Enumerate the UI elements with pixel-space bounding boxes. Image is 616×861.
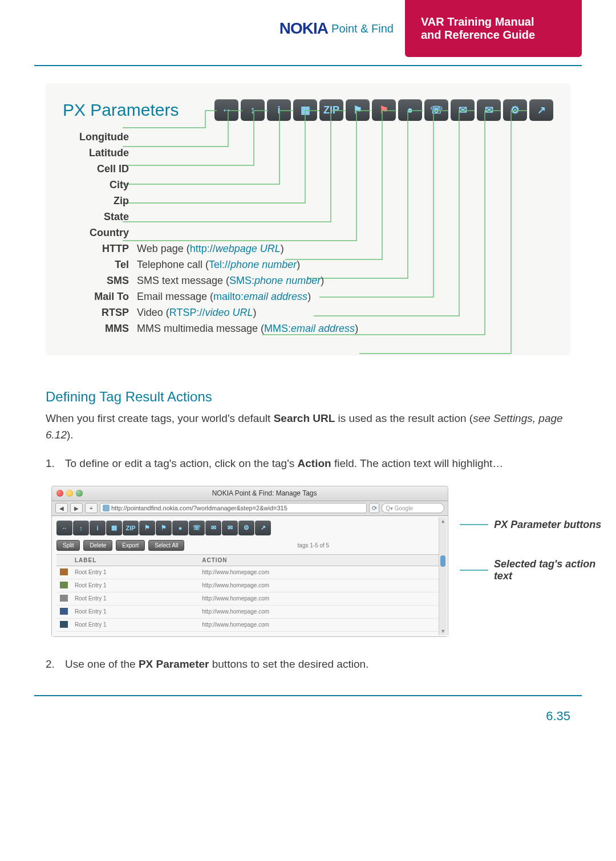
param-state: State xyxy=(74,211,553,223)
screenshot-wrap: NOKIA Point & Find: Manage Tags ◀ ▶ + ht… xyxy=(51,486,616,637)
param-country: Country xyxy=(74,227,553,239)
window-title: NOKIA Point & Find: Manage Tags xyxy=(86,489,443,497)
state-icon[interactable]: ⚑ xyxy=(346,99,370,121)
zoom-icon[interactable] xyxy=(76,490,83,497)
header-title-1: VAR Training Manual xyxy=(421,15,566,29)
export-button[interactable]: Export xyxy=(116,540,145,551)
mini-latitude-icon[interactable]: ↕ xyxy=(73,521,89,535)
table-row[interactable]: Root Entry 1http://www.homepage.com xyxy=(56,579,443,592)
split-button[interactable]: Split xyxy=(56,540,80,551)
scroll-track[interactable] xyxy=(439,525,447,627)
country-icon[interactable]: ⚑ xyxy=(372,99,396,121)
annot-px-buttons: PX Parameter buttons xyxy=(460,519,616,531)
scroll-up-icon[interactable]: ▲ xyxy=(439,517,447,525)
mini-sms-icon[interactable]: ✉ xyxy=(205,521,221,535)
step-2: 2. Use one of the PX Parameter buttons t… xyxy=(46,656,570,673)
annot-dash-icon xyxy=(460,524,488,525)
delete-button[interactable]: Delete xyxy=(83,540,112,551)
mini-tel-icon[interactable]: ☏ xyxy=(189,521,205,535)
cell-action[interactable]: http://www.homepage.com xyxy=(198,618,443,631)
mini-zip-icon[interactable]: ZIP xyxy=(123,521,139,535)
mini-mms-icon[interactable]: ↗ xyxy=(255,521,271,535)
mms-icon[interactable]: ↗ xyxy=(529,99,553,121)
param-cellid: Cell ID xyxy=(74,163,553,175)
scrollbar[interactable]: ▲ ▼ xyxy=(439,517,447,635)
mini-country-icon[interactable]: ⚑ xyxy=(156,521,172,535)
mini-mailto-icon[interactable]: ✉ xyxy=(222,521,238,535)
cell-action[interactable]: http://www.homepage.com xyxy=(198,605,443,618)
row-icon xyxy=(60,608,68,615)
sms-icon[interactable]: ✉ xyxy=(451,99,475,121)
http-icon[interactable]: ● xyxy=(398,99,422,121)
mini-rtsp-icon[interactable]: ⚙ xyxy=(238,521,254,535)
label-http: HTTP xyxy=(74,243,137,255)
px-mini-icon-row: ↔ ↕ i ▦ ZIP ⚑ ⚑ ● ☏ ✉ ✉ ⚙ ↗ xyxy=(56,521,443,535)
forward-button[interactable]: ▶ xyxy=(70,503,83,513)
param-tel: TelTelephone call (Tel://phone number) xyxy=(74,259,553,271)
px-parameters-card: PX Parameters ↔ ↕ i ▦ ZIP ⚑ ⚑ ● ☏ ✉ ✉ ⚙ … xyxy=(46,83,570,355)
table-header-row: LABELACTION xyxy=(56,554,443,566)
back-button[interactable]: ◀ xyxy=(55,503,68,513)
label-state: State xyxy=(74,211,137,223)
val-rtsp: Video (RTSP://video URL) xyxy=(137,307,256,319)
annot-text-a: PX Parameter buttons xyxy=(494,519,601,531)
cell-label: Root Entry 1 xyxy=(71,592,198,605)
row-icon xyxy=(60,568,68,575)
label-mailto: Mail To xyxy=(74,291,137,303)
reload-button[interactable]: ⟳ xyxy=(369,503,379,513)
close-icon[interactable] xyxy=(56,490,63,497)
cellid-icon[interactable]: i xyxy=(267,99,291,121)
search-field[interactable]: Q▾ Google xyxy=(382,503,444,513)
val-sms: SMS text message (SMS:phone number) xyxy=(137,275,324,287)
city-icon[interactable]: ▦ xyxy=(293,99,317,121)
divider-top xyxy=(34,65,582,66)
zip-icon[interactable]: ZIP xyxy=(319,99,343,121)
minimize-icon[interactable] xyxy=(66,490,73,497)
longitude-icon[interactable]: ↔ xyxy=(214,99,238,121)
select-all-button[interactable]: Select All xyxy=(148,540,184,551)
cell-action[interactable]: http://www.homepage.com xyxy=(198,592,443,605)
label-zip: Zip xyxy=(74,195,137,207)
app-body: ↔ ↕ i ▦ ZIP ⚑ ⚑ ● ☏ ✉ ✉ ⚙ ↗ Split Delete… xyxy=(52,516,448,636)
th-action[interactable]: ACTION xyxy=(198,554,443,566)
add-button[interactable]: + xyxy=(85,503,98,513)
page-number: 6.35 xyxy=(0,709,570,724)
mailto-icon[interactable]: ✉ xyxy=(477,99,501,121)
row-icon xyxy=(60,621,68,628)
th-label[interactable]: LABEL xyxy=(71,554,198,566)
mini-longitude-icon[interactable]: ↔ xyxy=(56,521,72,535)
section-body: When you first create tags, your world's… xyxy=(46,411,570,443)
table-row[interactable]: Root Entry 1http://www.homepage.com xyxy=(56,592,443,605)
table-row[interactable]: Root Entry 1http://www.homepage.com xyxy=(56,566,443,579)
mini-city-icon[interactable]: ▦ xyxy=(106,521,122,535)
tel-icon[interactable]: ☏ xyxy=(424,99,448,121)
header-left: NOKIA Point & Find xyxy=(34,0,405,57)
annotations: PX Parameter buttons Selected tag's acti… xyxy=(460,486,616,610)
cell-label: Root Entry 1 xyxy=(71,579,198,592)
annot-selected-action: Selected tag's action text xyxy=(460,558,616,582)
latitude-icon[interactable]: ↕ xyxy=(241,99,265,121)
scroll-down-icon[interactable]: ▼ xyxy=(439,627,447,635)
table-row[interactable]: Root Entry 1http://www.homepage.com xyxy=(56,605,443,618)
step-1-text: To define or edit a tag's action, click … xyxy=(65,456,503,472)
scroll-thumb[interactable] xyxy=(440,555,445,567)
section-title: Defining Tag Result Actions xyxy=(46,389,570,405)
cell-action[interactable]: http://www.homepage.com xyxy=(198,579,443,592)
px-card-header: PX Parameters ↔ ↕ i ▦ ZIP ⚑ ⚑ ● ☏ ✉ ✉ ⚙ … xyxy=(63,99,553,121)
divider-bottom xyxy=(34,695,582,696)
mini-cellid-icon[interactable]: i xyxy=(90,521,106,535)
url-text: http://pointandfind.nokia.com/?worldmana… xyxy=(111,505,287,511)
mini-state-icon[interactable]: ⚑ xyxy=(139,521,155,535)
url-field[interactable]: http://pointandfind.nokia.com/?worldmana… xyxy=(100,503,367,513)
toolbar-buttons: Split Delete Export Select All tags 1-5 … xyxy=(56,540,443,551)
label-longitude: Longitude xyxy=(74,131,137,143)
cell-action-selected[interactable]: http://www.homepage.com xyxy=(202,569,269,575)
nokia-logo: NOKIA xyxy=(279,19,328,38)
page-header: NOKIA Point & Find VAR Training Manual a… xyxy=(0,0,616,57)
param-latitude: Latitude xyxy=(74,147,553,159)
table-row[interactable]: Root Entry 1http://www.homepage.com xyxy=(56,618,443,631)
param-mailto: Mail ToEmail message (mailto:email addre… xyxy=(74,291,553,303)
step-2-num: 2. xyxy=(46,656,65,673)
rtsp-icon[interactable]: ⚙ xyxy=(503,99,527,121)
mini-http-icon[interactable]: ● xyxy=(172,521,188,535)
